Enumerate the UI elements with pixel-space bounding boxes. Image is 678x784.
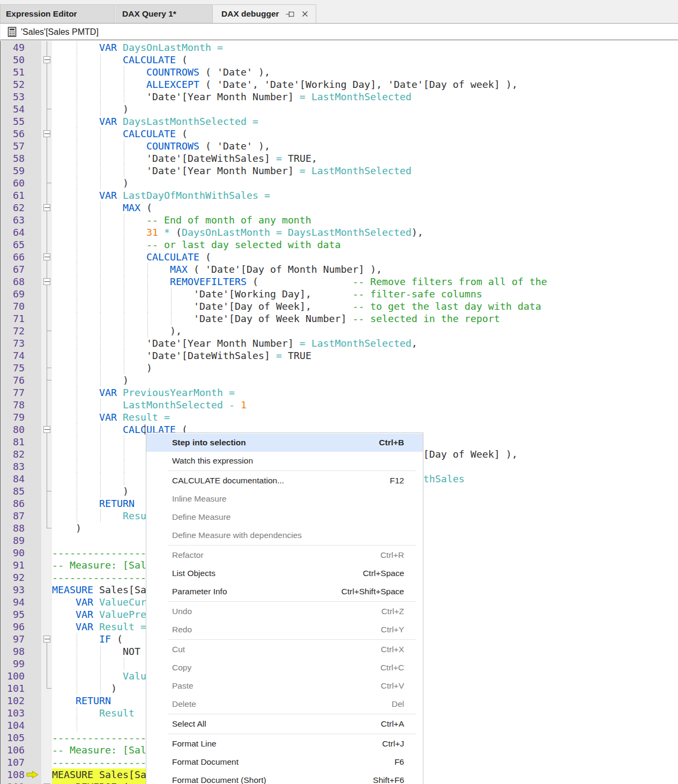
menu-item-parameter-info[interactable]: Parameter InfoCtrl+Shift+Space: [146, 583, 423, 601]
tab-dax-debugger[interactable]: DAX debugger: [213, 4, 316, 23]
fold-collapse-box[interactable]: [43, 204, 50, 211]
line-number: 65: [0, 238, 25, 251]
line-number: 71: [0, 312, 25, 325]
line-number: 89: [0, 534, 25, 547]
code-line-76[interactable]: 76 ): [0, 374, 678, 386]
menu-item-label: CALCULATE documentation...: [172, 476, 390, 486]
line-number: 102: [0, 695, 25, 707]
code-line-57[interactable]: 57 COUNTROWS ( 'Date' ),: [0, 140, 678, 152]
code-line-72[interactable]: 72 ),: [0, 325, 678, 337]
menu-item-format-line[interactable]: Format LineCtrl+J: [146, 735, 423, 753]
code-text-56: CALCULATE (: [52, 128, 188, 140]
code-text-50: CALCULATE (: [52, 54, 188, 66]
code-line-65[interactable]: 65 -- or last day selected with data: [0, 238, 678, 251]
fold-collapse-box[interactable]: [43, 56, 50, 63]
code-text-97: IF (: [52, 633, 123, 645]
menu-item-watch-this-expression[interactable]: Watch this expression: [146, 452, 423, 470]
menu-item-shortcut: Ctrl+Z: [381, 607, 404, 616]
line-number: 84: [0, 473, 25, 485]
code-line-73[interactable]: 73 'Date'[Year Month Number] = LastMonth…: [0, 337, 678, 349]
menu-item-shortcut: Ctrl+R: [381, 550, 404, 560]
code-line-51[interactable]: 51 COUNTROWS ( 'Date' ),: [0, 66, 678, 78]
code-text-72: ),: [52, 325, 182, 337]
code-line-56[interactable]: 56 CALCULATE (: [0, 128, 678, 140]
code-text-55: VAR DaysLastMonthSelected =: [52, 115, 258, 128]
code-line-79[interactable]: 79 VAR Result =: [0, 411, 678, 423]
line-number: 52: [0, 78, 25, 91]
menu-item-label: Select All: [172, 719, 381, 729]
code-text-62: MAX (: [52, 201, 152, 214]
fold-end-tick: [47, 380, 51, 380]
menu-item-list-objects[interactable]: List ObjectsCtrl+Space: [146, 564, 423, 583]
close-icon[interactable]: [301, 10, 309, 18]
code-line-59[interactable]: 59 'Date'[Year Month Number] = LastMonth…: [0, 165, 678, 177]
code-line-54[interactable]: 54 ): [0, 103, 678, 115]
code-line-55[interactable]: 55 VAR DaysLastMonthSelected =: [0, 115, 678, 128]
fold-collapse-box[interactable]: [43, 278, 50, 285]
menu-item-copy: CopyCtrl+C: [146, 659, 423, 677]
fold-collapse-box[interactable]: [43, 130, 50, 137]
code-line-70[interactable]: 70 'Date'[Day of Week], -- to get the la…: [0, 300, 678, 312]
menu-item-format-document[interactable]: Format DocumentF6: [146, 753, 423, 771]
code-text-103: Result: [52, 707, 135, 719]
code-line-64[interactable]: 64 31 * (DaysOnLastMonth = DaysLastMonth…: [0, 226, 678, 238]
code-text-52: ALLEXCEPT ( 'Date', 'Date'[Working Day],…: [52, 78, 518, 91]
fold-end-tick: [47, 491, 51, 491]
menu-item-label: Format Line: [172, 739, 382, 749]
line-number: 96: [0, 621, 25, 633]
menu-item-shortcut: Ctrl+Space: [363, 569, 404, 578]
menu-item-label: Define Measure with dependencies: [172, 531, 404, 540]
menu-item-inline-measure: Inline Measure: [146, 490, 423, 508]
code-text-65: -- or last day selected with data: [52, 238, 341, 251]
line-number: 63: [0, 214, 25, 226]
code-line-49[interactable]: 49 VAR DaysOnLastMonth =: [0, 41, 678, 54]
menu-item-select-all[interactable]: Select AllCtrl+A: [146, 715, 423, 733]
code-line-53[interactable]: 53 'Date'[Year Month Number] = LastMonth…: [0, 91, 678, 103]
code-line-68[interactable]: 68 REMOVEFILTERS ( -- Remove filters fro…: [0, 275, 678, 288]
code-line-78[interactable]: 78 LastMonthSelected - 1: [0, 399, 678, 411]
fold-collapse-box[interactable]: [43, 426, 50, 433]
measure-icon: [8, 27, 17, 39]
line-number: 50: [0, 54, 25, 66]
code-line-71[interactable]: 71 'Date'[Day of Week Number] -- selecte…: [0, 312, 678, 325]
code-line-66[interactable]: 66 CALCULATE (: [0, 251, 678, 263]
code-line-50[interactable]: 50 CALCULATE (: [0, 54, 678, 66]
pin-icon[interactable]: [286, 10, 296, 18]
line-number: 87: [0, 510, 25, 522]
code-text-75: ): [52, 362, 152, 374]
menu-item-label: Watch this expression: [172, 456, 404, 466]
code-line-75[interactable]: 75 ): [0, 362, 678, 374]
menu-item-step-into-selection[interactable]: Step into selectionCtrl+B: [146, 434, 423, 452]
line-number: 98: [0, 645, 25, 658]
code-line-52[interactable]: 52 ALLEXCEPT ( 'Date', 'Date'[Working Da…: [0, 78, 678, 91]
line-number: 72: [0, 325, 25, 337]
line-number: 79: [0, 411, 25, 423]
line-number: 83: [0, 460, 25, 473]
code-line-74[interactable]: 74 'Date'[DateWithSales] = TRUE: [0, 349, 678, 362]
indent-guide: [77, 719, 77, 731]
code-line-61[interactable]: 61 VAR LastDayOfMonthWithSales =: [0, 189, 678, 201]
tab-expression-editor[interactable]: Expression Editor: [0, 4, 115, 23]
tab-label: DAX Query 1*: [122, 9, 176, 19]
code-line-60[interactable]: 60 ): [0, 177, 678, 189]
code-line-63[interactable]: 63 -- End of month of any month: [0, 214, 678, 226]
code-line-62[interactable]: 62 MAX (: [0, 201, 678, 214]
menu-item-delete: DeleteDel: [146, 695, 423, 713]
code-text-70: 'Date'[Day of Week], -- to get the last …: [52, 300, 541, 312]
line-number: 97: [0, 633, 25, 645]
fold-collapse-box[interactable]: [43, 636, 50, 643]
code-line-69[interactable]: 69 'Date'[Working Day], -- filter-safe c…: [0, 288, 678, 300]
code-line-77[interactable]: 77 VAR PreviousYearMonth =: [0, 386, 678, 399]
menu-item-label: List Objects: [172, 569, 363, 578]
menu-item-calculate-documentation[interactable]: CALCULATE documentation...F12: [146, 472, 423, 490]
fold-end-tick: [47, 688, 51, 689]
code-text-67: MAX ( 'Date'[Day of Month Number] ),: [52, 263, 382, 275]
fold-collapse-box[interactable]: [43, 253, 50, 260]
line-number: 68: [0, 275, 25, 288]
menu-item-format-document-short[interactable]: Format Document (Short)Shift+F6: [146, 771, 423, 784]
code-line-67[interactable]: 67 MAX ( 'Date'[Day of Month Number] ),: [0, 263, 678, 275]
line-number: 81: [0, 436, 25, 448]
tab-dax-query-1[interactable]: DAX Query 1*: [115, 4, 213, 23]
code-text-68: REMOVEFILTERS ( -- Remove filters from a…: [52, 275, 547, 288]
code-line-58[interactable]: 58 'Date'[DateWithSales] = TRUE,: [0, 152, 678, 165]
